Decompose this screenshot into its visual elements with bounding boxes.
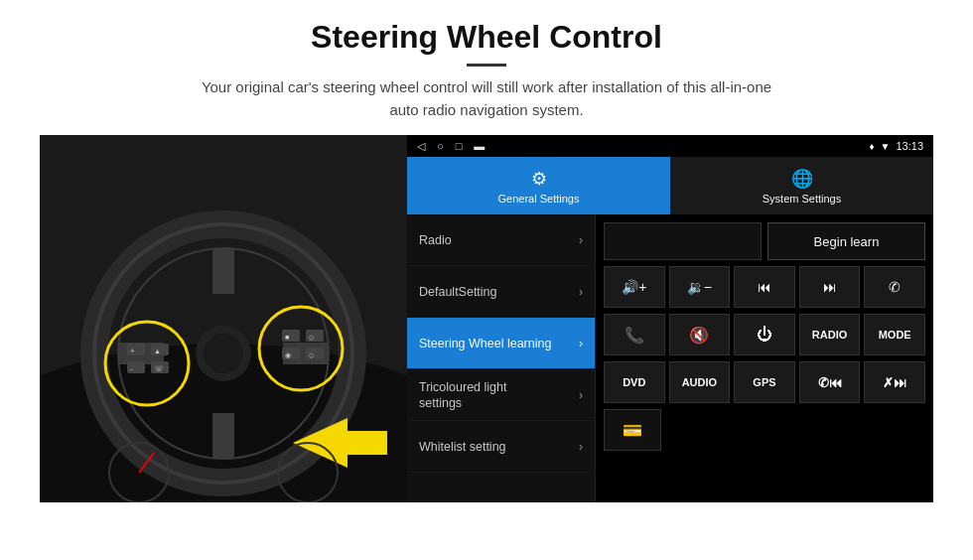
ctrl-row-2: 🔊+ 🔉− ⏮ ⏭ ✆	[604, 266, 925, 308]
mute-button[interactable]: 🔇	[669, 314, 731, 355]
wifi-icon: ▼	[881, 141, 891, 152]
car-image: + - ▲ ☏ ■ ◉ ◇ ◇	[40, 135, 407, 502]
menu-item-default-setting[interactable]: DefaultSetting ›	[407, 266, 595, 318]
page-title: Steering Wheel Control	[40, 18, 933, 56]
phone-button[interactable]: ✆	[864, 266, 925, 308]
chevron-right-icon: ›	[579, 388, 583, 402]
ctrl-row-3: 📞 🔇 ⏻ RADIO MODE	[604, 314, 925, 355]
title-divider	[467, 64, 506, 67]
content-area: + - ▲ ☏ ■ ◉ ◇ ◇	[40, 135, 933, 502]
svg-text:+: +	[130, 347, 135, 355]
tab-general-settings[interactable]: ⚙ General Settings	[407, 157, 670, 214]
menu-list: Radio › DefaultSetting › Steering Wheel …	[407, 214, 596, 502]
gear-icon: ⚙	[531, 168, 547, 190]
svg-text:-: -	[130, 364, 133, 373]
volume-up-button[interactable]: 🔊+	[604, 266, 665, 308]
title-section: Steering Wheel Control Your original car…	[40, 18, 933, 121]
svg-text:■: ■	[285, 334, 289, 341]
answer-call-button[interactable]: 📞	[604, 314, 665, 355]
blank-input-box	[604, 222, 762, 260]
android-ui: ◁ ○ □ ▬ ♦ ▼ 13:13 ⚙ General Settings	[407, 135, 933, 502]
phone-prev-button[interactable]: ✆⏮	[799, 361, 861, 403]
gps-icon: ♦	[869, 141, 874, 152]
ctrl-row-4: DVD AUDIO GPS ✆⏮ ✗⏭	[604, 361, 925, 403]
page-container: Steering Wheel Control Your original car…	[0, 0, 973, 512]
panel-row-1: Begin learn	[604, 222, 925, 260]
status-right: ♦ ▼ 13:13	[869, 140, 923, 152]
menu-nav-icon[interactable]: ▬	[474, 140, 485, 153]
menu-item-whitelist[interactable]: Whitelist setting ›	[407, 421, 595, 473]
audio-button[interactable]: AUDIO	[669, 361, 731, 403]
menu-item-tricoloured[interactable]: Tricoloured lightsettings ›	[407, 369, 595, 421]
prev-track-button[interactable]: ⏮	[734, 266, 795, 308]
svg-text:◉: ◉	[285, 351, 291, 358]
next-track-button[interactable]: ⏭	[799, 266, 861, 308]
tab-bar: ⚙ General Settings 🌐 System Settings	[407, 157, 933, 214]
radio-button[interactable]: RADIO	[799, 314, 861, 355]
volume-down-button[interactable]: 🔉−	[669, 266, 731, 308]
menu-item-steering-wheel[interactable]: Steering Wheel learning ›	[407, 318, 595, 369]
page-subtitle: Your original car's steering wheel contr…	[40, 76, 933, 121]
begin-learn-button[interactable]: Begin learn	[767, 222, 925, 260]
content-panel: Begin learn 🔊+ 🔉− ⏮ ⏭ ✆ 📞 🔇 ⏻	[596, 214, 933, 502]
svg-text:☏: ☏	[154, 364, 164, 373]
status-bar: ◁ ○ □ ▬ ♦ ▼ 13:13	[407, 135, 933, 157]
gps-button[interactable]: GPS	[734, 361, 795, 403]
svg-point-10	[204, 334, 243, 373]
globe-icon: 🌐	[791, 168, 813, 190]
power-button[interactable]: ⏻	[734, 314, 795, 355]
main-content: Radio › DefaultSetting › Steering Wheel …	[407, 214, 933, 502]
mode-button[interactable]: MODE	[864, 314, 925, 355]
home-nav-icon[interactable]: ○	[437, 140, 444, 153]
back-nav-icon[interactable]: ◁	[417, 140, 425, 153]
tab-system-settings[interactable]: 🌐 System Settings	[670, 157, 933, 214]
menu-item-radio[interactable]: Radio ›	[407, 214, 595, 266]
chevron-right-icon: ›	[579, 440, 583, 454]
chevron-right-icon: ›	[579, 337, 583, 350]
recents-nav-icon[interactable]: □	[456, 140, 463, 153]
chevron-right-icon: ›	[579, 285, 583, 299]
card-button[interactable]: 💳	[604, 409, 661, 451]
svg-text:▲: ▲	[154, 348, 161, 354]
dvd-button[interactable]: DVD	[604, 361, 665, 403]
ctrl-row-5: 💳	[604, 409, 925, 451]
nav-icons: ◁ ○ □ ▬	[417, 140, 485, 153]
skip-next-button[interactable]: ✗⏭	[864, 361, 925, 403]
chevron-right-icon: ›	[579, 233, 583, 247]
clock: 13:13	[896, 140, 923, 152]
